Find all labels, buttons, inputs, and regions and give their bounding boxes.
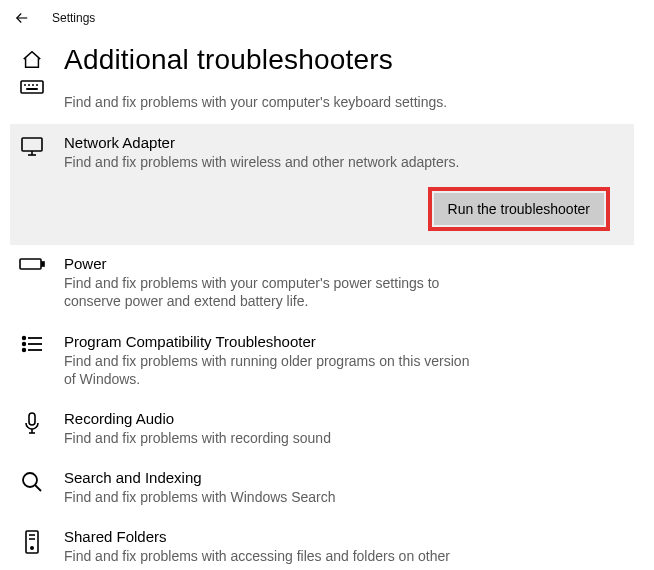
svg-point-15 <box>23 348 26 351</box>
troubleshooter-search-indexing[interactable]: Search and Indexing Find and fix problem… <box>10 459 634 518</box>
intro-desc: Find and fix problems with your computer… <box>10 94 634 124</box>
monitor-icon <box>18 134 46 158</box>
battery-icon <box>18 255 46 271</box>
svg-rect-6 <box>22 138 42 151</box>
item-desc: Find and fix problems with your computer… <box>64 274 474 310</box>
server-icon <box>18 528 46 554</box>
page-title: Additional troubleshooters <box>64 44 393 76</box>
home-icon <box>18 49 46 71</box>
item-name: Recording Audio <box>64 410 622 427</box>
item-desc: Find and fix problems with wireless and … <box>64 153 474 171</box>
run-troubleshooter-button[interactable]: Run the troubleshooter <box>434 193 604 225</box>
svg-rect-17 <box>29 413 35 425</box>
troubleshooter-shared-folders[interactable]: Shared Folders Find and fix problems wit… <box>10 518 634 570</box>
highlight-box: Run the troubleshooter <box>428 187 610 231</box>
svg-line-21 <box>35 485 41 491</box>
troubleshooter-network-adapter[interactable]: Network Adapter Find and fix problems wi… <box>10 124 634 245</box>
svg-point-25 <box>31 547 33 549</box>
back-button[interactable] <box>10 6 34 30</box>
item-name: Network Adapter <box>64 134 622 151</box>
item-name: Program Compatibility Troubleshooter <box>64 333 622 350</box>
svg-point-13 <box>23 342 26 345</box>
keyboard-icon <box>18 80 46 94</box>
item-desc: Find and fix problems with Windows Searc… <box>64 488 474 506</box>
item-name: Search and Indexing <box>64 469 622 486</box>
item-name: Power <box>64 255 622 272</box>
svg-rect-9 <box>20 259 41 269</box>
svg-point-11 <box>23 336 26 339</box>
svg-rect-0 <box>21 81 43 93</box>
item-desc: Find and fix problems with running older… <box>64 352 474 388</box>
svg-point-20 <box>23 473 37 487</box>
search-icon <box>18 469 46 493</box>
list-icon <box>18 333 46 353</box>
troubleshooter-program-compatibility[interactable]: Program Compatibility Troubleshooter Fin… <box>10 323 634 400</box>
microphone-icon <box>18 410 46 436</box>
troubleshooter-power[interactable]: Power Find and fix problems with your co… <box>10 245 634 322</box>
item-name: Shared Folders <box>64 528 622 545</box>
item-desc: Find and fix problems with accessing fil… <box>64 547 474 570</box>
svg-rect-10 <box>42 262 44 266</box>
troubleshooter-recording-audio[interactable]: Recording Audio Find and fix problems wi… <box>10 400 634 459</box>
topbar-label: Settings <box>52 11 95 25</box>
item-desc: Find and fix problems with recording sou… <box>64 429 474 447</box>
arrow-left-icon <box>13 9 31 27</box>
